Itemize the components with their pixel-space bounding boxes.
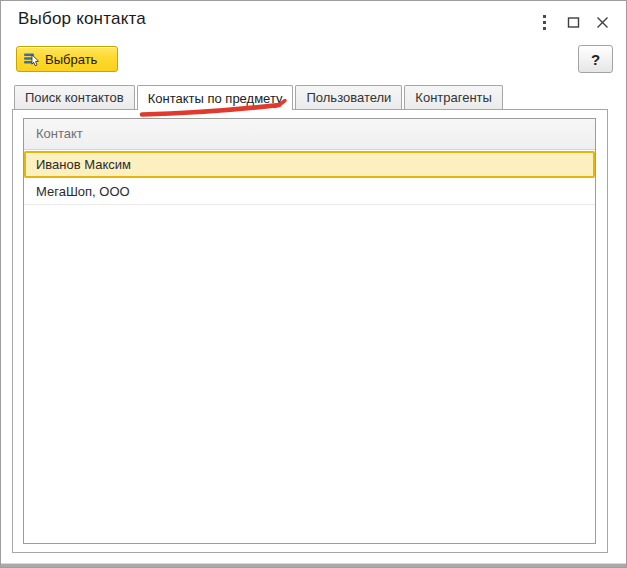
close-icon — [596, 16, 609, 29]
maximize-button[interactable] — [562, 11, 584, 33]
help-button[interactable]: ? — [578, 45, 613, 73]
help-button-label: ? — [591, 51, 600, 68]
select-button-label: Выбрать — [45, 52, 97, 67]
column-header-contact[interactable]: Контакт — [24, 119, 595, 150]
kebab-menu-icon — [543, 15, 546, 30]
tab-counterparties[interactable]: Контрагенты — [404, 85, 503, 109]
tab-label: Контрагенты — [415, 90, 492, 105]
close-button[interactable] — [591, 11, 613, 33]
tab-label: Пользователи — [306, 90, 391, 105]
choose-stack-cursor-icon — [23, 51, 40, 67]
table-row[interactable]: МегаШоп, ООО — [24, 178, 595, 205]
window-menu-button[interactable] — [533, 11, 555, 33]
tab-label: Контакты по предмету — [148, 91, 283, 106]
tab-label: Поиск контактов — [25, 90, 124, 105]
dialog-window: Выбор контакта Выбрать ? Поиск к — [0, 0, 627, 568]
contacts-table: Контакт Иванов Максим МегаШоп, ООО — [23, 118, 596, 544]
title-bar[interactable]: Выбор контакта — [1, 1, 626, 41]
select-button[interactable]: Выбрать — [16, 46, 118, 72]
tab-bar: Поиск контактов Контакты по предмету Пол… — [14, 85, 503, 109]
tab-contact-search[interactable]: Поиск контактов — [14, 85, 135, 109]
window-title: Выбор контакта — [18, 9, 146, 29]
maximize-icon — [567, 16, 580, 29]
tab-users[interactable]: Пользователи — [295, 85, 402, 109]
tab-contacts-by-subject[interactable]: Контакты по предмету — [137, 85, 294, 110]
window-bottom-edge — [1, 562, 626, 567]
table-row[interactable]: Иванов Максим — [24, 151, 595, 178]
